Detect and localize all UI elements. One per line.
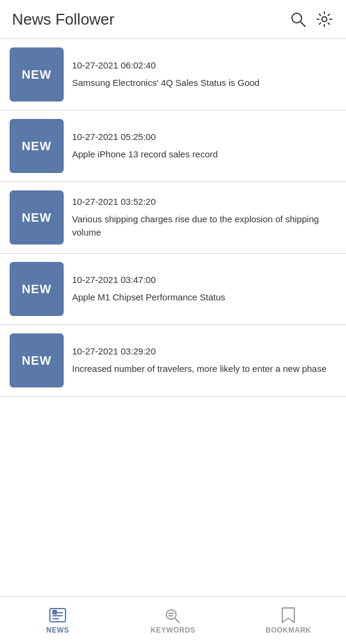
news-timestamp: 10-27-2021 03:52:20: [72, 196, 336, 207]
news-badge: NEW: [10, 47, 64, 102]
news-headline: Apple iPhone 13 record sales record: [72, 148, 336, 161]
header-actions: [288, 10, 334, 29]
gear-icon[interactable]: [315, 10, 334, 29]
news-badge-text: NEW: [22, 354, 52, 368]
news-headline: Apple M1 Chipset Performance Status: [72, 291, 336, 304]
nav-label-bookmark: BOOKMARK: [266, 626, 311, 634]
nav-item-bookmark[interactable]: BOOKMARK: [231, 607, 346, 634]
app-title: News Follower: [12, 10, 115, 29]
news-content: 10-27-2021 03:29:20 Increased number of …: [64, 333, 336, 387]
bookmark-nav-icon: [279, 607, 298, 624]
news-badge: NEW: [10, 190, 64, 245]
header: News Follower: [0, 0, 346, 39]
news-timestamp: 10-27-2021 05:25:00: [72, 132, 336, 142]
svg-rect-7: [53, 610, 56, 614]
svg-point-2: [322, 17, 327, 22]
news-list-item[interactable]: NEW 10-27-2021 03:52:20 Various shipping…: [0, 182, 346, 254]
news-badge-text: NEW: [22, 68, 52, 82]
news-badge-text: NEW: [22, 282, 52, 296]
news-timestamp: 10-27-2021 03:47:00: [72, 275, 336, 285]
svg-point-0: [292, 13, 302, 23]
news-content: 10-27-2021 03:52:20 Various shipping cha…: [64, 190, 336, 245]
news-content: 10-27-2021 03:47:00 Apple M1 Chipset Per…: [64, 262, 336, 316]
nav-item-news[interactable]: NEWS: [0, 607, 115, 634]
news-content: 10-27-2021 06:02:40 Samsung Electronics'…: [64, 47, 336, 102]
news-timestamp: 10-27-2021 06:02:40: [72, 60, 336, 70]
search-icon[interactable]: [288, 10, 308, 29]
keywords-nav-icon: [163, 607, 183, 624]
news-list: NEW 10-27-2021 06:02:40 Samsung Electron…: [0, 39, 346, 445]
nav-label-news: NEWS: [46, 626, 69, 634]
nav-label-keywords: KEYWORDS: [151, 626, 196, 634]
news-list-item[interactable]: NEW 10-27-2021 05:25:00 Apple iPhone 13 …: [0, 111, 346, 182]
svg-line-1: [301, 22, 306, 27]
news-badge-text: NEW: [22, 139, 52, 153]
news-headline: Samsung Electronics' 4Q Sales Status is …: [72, 76, 336, 90]
nav-item-keywords[interactable]: KEYWORDS: [115, 607, 231, 634]
news-nav-icon: [48, 607, 67, 624]
news-content: 10-27-2021 05:25:00 Apple iPhone 13 reco…: [64, 119, 336, 173]
news-list-item[interactable]: NEW 10-27-2021 03:47:00 Apple M1 Chipset…: [0, 254, 346, 325]
news-timestamp: 10-27-2021 03:29:20: [72, 346, 336, 356]
news-badge-text: NEW: [22, 211, 52, 225]
news-badge: NEW: [10, 119, 64, 173]
news-badge: NEW: [10, 262, 64, 316]
bottom-nav: NEWS KEYWORDS BOOKMARK: [0, 596, 346, 644]
news-list-item[interactable]: NEW 10-27-2021 03:29:20 Increased number…: [0, 325, 346, 396]
svg-marker-12: [282, 608, 294, 622]
news-headline: Various shipping charges rise due to the…: [72, 213, 336, 239]
news-list-item[interactable]: NEW 10-27-2021 06:02:40 Samsung Electron…: [0, 39, 346, 111]
news-headline: Increased number of travelers, more like…: [72, 362, 336, 375]
news-badge: NEW: [10, 333, 64, 387]
svg-line-9: [175, 618, 180, 623]
